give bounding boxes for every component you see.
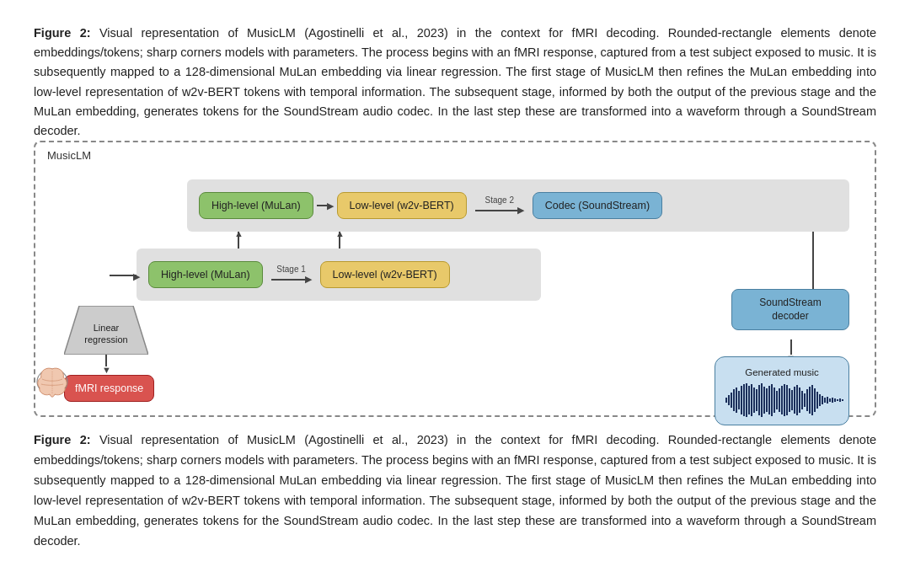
svg-rect-63 — [733, 389, 735, 411]
svg-rect-74 — [761, 383, 763, 417]
svg-rect-73 — [758, 385, 760, 415]
trapezoid-container: Linear regression — [64, 306, 148, 355]
svg-rect-66 — [741, 386, 742, 414]
fig-num: Figure 2: — [34, 433, 91, 446]
svg-rect-88 — [796, 385, 798, 415]
bottom-high-level: High-level (MuLan) — [148, 261, 263, 288]
svg-rect-79 — [774, 388, 775, 413]
svg-rect-102 — [832, 398, 833, 403]
soundstream-decoder2: SoundStreamdecoder — [731, 289, 849, 330]
svg-rect-104 — [837, 399, 838, 401]
top-pipe: High-level (MuLan) ▶ Low-level (w2v-BERT… — [187, 179, 849, 232]
svg-rect-96 — [816, 392, 818, 409]
top-low-level: Low-level (w2v-BERT) — [337, 192, 467, 219]
brain-svg — [27, 356, 78, 407]
svg-rect-64 — [736, 388, 737, 413]
svg-rect-81 — [779, 388, 780, 412]
svg-rect-95 — [814, 388, 816, 412]
svg-rect-87 — [794, 387, 795, 414]
top-codec: Codec (SoundStream) — [533, 192, 662, 219]
linear-reg-2: regression — [84, 334, 127, 345]
linear-reg-1: Linear — [94, 322, 120, 334]
svg-rect-62 — [731, 393, 732, 408]
svg-rect-100 — [827, 397, 828, 404]
svg-rect-65 — [738, 391, 740, 409]
svg-rect-76 — [766, 388, 768, 412]
svg-rect-60 — [725, 398, 727, 403]
page-wrapper: MusicLM Linear regression ▼ — [34, 24, 876, 141]
svg-rect-77 — [768, 386, 770, 414]
caption-body: Visual representation of MusicLM (Agosti… — [34, 433, 876, 548]
fmri-box2: fMRI response — [64, 375, 154, 402]
top-high-level: High-level (MuLan) — [199, 192, 313, 219]
svg-rect-91 — [804, 393, 806, 407]
brain-container — [27, 356, 78, 410]
svg-rect-90 — [801, 391, 803, 409]
svg-rect-71 — [753, 388, 755, 413]
svg-rect-68 — [746, 383, 747, 417]
svg-rect-80 — [776, 391, 778, 409]
svg-rect-89 — [799, 388, 800, 413]
musiclm-label2: MusicLM — [47, 149, 91, 162]
svg-rect-72 — [756, 389, 757, 411]
generated-music2: Generated music — [715, 356, 849, 425]
svg-rect-61 — [728, 395, 730, 405]
svg-rect-86 — [791, 390, 793, 410]
svg-rect-82 — [781, 386, 783, 414]
svg-rect-99 — [824, 398, 826, 403]
svg-rect-97 — [819, 394, 821, 406]
figure-caption2: Figure 2: Visual representation of Music… — [34, 430, 876, 552]
svg-rect-67 — [743, 384, 745, 416]
clean-diagram: MusicLM High-level (MuLan) ▶ Low-level (… — [34, 141, 876, 417]
gen-music-label: Generated music — [745, 367, 819, 377]
figure-number: Figure 2: — [34, 26, 91, 40]
svg-rect-85 — [789, 388, 790, 412]
svg-rect-78 — [771, 384, 773, 416]
svg-rect-84 — [786, 385, 788, 415]
bottom-low-level: Low-level (w2v-BERT) — [320, 261, 450, 288]
svg-rect-105 — [839, 398, 841, 402]
waveform2 — [725, 382, 843, 418]
svg-rect-101 — [829, 398, 831, 402]
svg-rect-106 — [842, 399, 843, 401]
svg-rect-103 — [834, 398, 836, 402]
caption-text: Visual representation of MusicLM (Agosti… — [34, 26, 876, 137]
svg-rect-69 — [748, 386, 750, 414]
svg-rect-92 — [806, 389, 808, 411]
svg-rect-98 — [822, 396, 823, 404]
svg-rect-75 — [763, 387, 765, 414]
svg-rect-93 — [809, 387, 811, 414]
svg-rect-70 — [751, 384, 752, 416]
figure-caption: Figure 2: Visual representation of Music… — [34, 24, 876, 141]
svg-rect-94 — [811, 385, 813, 415]
svg-rect-83 — [784, 384, 785, 416]
bottom-pipe: High-level (MuLan) Stage 1 ▶ Low-level (… — [136, 249, 541, 301]
